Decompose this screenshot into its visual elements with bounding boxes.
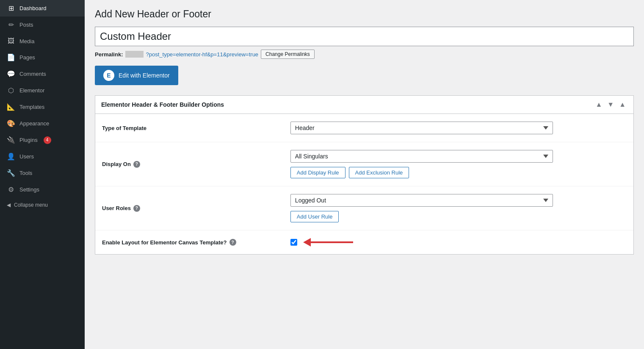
elementor-icon: ⬡ bbox=[7, 86, 15, 94]
sidebar-item-plugins[interactable]: 🔌 Plugins 4 bbox=[0, 132, 85, 148]
sidebar-item-label: Comments bbox=[19, 71, 46, 77]
user-roles-help-icon[interactable]: ? bbox=[133, 205, 140, 212]
pages-icon: 📄 bbox=[7, 53, 15, 61]
display-on-select[interactable]: All Singulars Entire Site Front Page Pos… bbox=[290, 150, 553, 163]
arrow-body bbox=[311, 241, 353, 243]
sidebar-item-dashboard[interactable]: ⊞ Dashboard bbox=[0, 0, 85, 17]
options-box: Elementor Header & Footer Builder Option… bbox=[95, 95, 634, 255]
type-of-template-row: Type of Template Header Footer Block bbox=[95, 114, 633, 142]
user-roles-select[interactable]: Logged Out Logged In All bbox=[290, 194, 553, 207]
collapse-icon: ◀ bbox=[7, 202, 11, 208]
settings-icon: ⚙ bbox=[7, 186, 15, 194]
enable-canvas-row: Enable Layout for Elementor Canvas Templ… bbox=[95, 230, 633, 255]
tools-icon: 🔧 bbox=[7, 169, 15, 177]
options-header-title: Elementor Header & Footer Builder Option… bbox=[101, 101, 224, 108]
enable-canvas-label: Enable Layout for Elementor Canvas Templ… bbox=[102, 239, 227, 246]
sidebar: ⊞ Dashboard ✏ Posts 🖼 Media 📄 Pages 💬 Co… bbox=[0, 0, 85, 349]
arrow-head bbox=[303, 238, 311, 247]
plugins-icon: 🔌 bbox=[7, 136, 15, 144]
permalink-row: Permalink: ████ ?post_type=elementor-hf&… bbox=[95, 50, 634, 59]
user-roles-group: Logged Out Logged In All Add User Rule bbox=[290, 194, 627, 222]
display-on-row: Display On ? All Singulars Entire Site F… bbox=[95, 142, 633, 186]
permalink-label: Permalink: bbox=[95, 51, 123, 58]
arrow-indicator bbox=[304, 238, 353, 247]
plugins-badge: 4 bbox=[44, 136, 51, 144]
display-on-label: Display On bbox=[102, 161, 131, 167]
collapse-down-icon[interactable]: ▼ bbox=[605, 100, 616, 109]
sidebar-item-label: Elementor bbox=[19, 87, 44, 94]
sidebar-item-appearance[interactable]: 🎨 Appearance bbox=[0, 115, 85, 132]
elementor-e-icon: E bbox=[103, 70, 114, 81]
enable-canvas-checkbox[interactable] bbox=[290, 239, 297, 246]
sidebar-item-label: Media bbox=[19, 38, 34, 44]
sidebar-item-media[interactable]: 🖼 Media bbox=[0, 33, 85, 49]
sidebar-item-label: Users bbox=[19, 153, 34, 160]
add-display-rule-button[interactable]: Add Display Rule bbox=[290, 167, 345, 178]
edit-with-elementor-button[interactable]: E Edit with Elementor bbox=[95, 66, 178, 85]
change-permalinks-button[interactable]: Change Permalinks bbox=[261, 50, 315, 59]
sidebar-item-users[interactable]: 👤 Users bbox=[0, 148, 85, 165]
enable-canvas-label-group: Enable Layout for Elementor Canvas Templ… bbox=[102, 239, 277, 246]
appearance-icon: 🎨 bbox=[7, 119, 15, 127]
sidebar-item-templates[interactable]: 📐 Templates bbox=[0, 99, 85, 115]
rule-buttons: Add Display Rule Add Exclusion Rule bbox=[290, 167, 627, 178]
user-roles-row: User Roles ? Logged Out Logged In All Ad… bbox=[95, 186, 633, 230]
collapse-label: Collapse menu bbox=[14, 202, 48, 208]
comments-icon: 💬 bbox=[7, 70, 15, 78]
display-on-label-group: Display On ? bbox=[102, 161, 277, 168]
canvas-row bbox=[290, 238, 627, 247]
sidebar-item-label: Dashboard bbox=[19, 5, 47, 11]
sidebar-item-tools[interactable]: 🔧 Tools bbox=[0, 165, 85, 181]
collapse-menu[interactable]: ◀ Collapse menu bbox=[0, 198, 85, 212]
enable-canvas-help-icon[interactable]: ? bbox=[229, 239, 236, 246]
sidebar-item-label: Pages bbox=[19, 54, 35, 61]
options-header-controls: ▲ ▼ ▲ bbox=[594, 100, 627, 109]
display-on-help-icon[interactable]: ? bbox=[133, 161, 140, 168]
users-icon: 👤 bbox=[7, 152, 15, 161]
user-roles-label: User Roles bbox=[102, 205, 131, 211]
move-up-icon[interactable]: ▲ bbox=[617, 100, 627, 109]
dashboard-icon: ⊞ bbox=[7, 4, 15, 12]
add-user-rule-group: Add User Rule bbox=[290, 211, 627, 222]
display-on-group: All Singulars Entire Site Front Page Pos… bbox=[290, 150, 627, 178]
sidebar-item-comments[interactable]: 💬 Comments bbox=[0, 66, 85, 82]
sidebar-item-label: Settings bbox=[19, 186, 39, 193]
media-icon: 🖼 bbox=[7, 37, 15, 45]
collapse-up-icon[interactable]: ▲ bbox=[594, 100, 604, 109]
posts-icon: ✏ bbox=[7, 21, 15, 29]
templates-icon: 📐 bbox=[7, 103, 15, 111]
sidebar-item-label: Plugins bbox=[19, 137, 38, 143]
options-header: Elementor Header & Footer Builder Option… bbox=[95, 96, 633, 114]
add-exclusion-rule-button[interactable]: Add Exclusion Rule bbox=[349, 167, 409, 178]
sidebar-item-elementor[interactable]: ⬡ Elementor bbox=[0, 82, 85, 99]
sidebar-item-label: Templates bbox=[19, 104, 44, 110]
options-table: Type of Template Header Footer Block Dis… bbox=[95, 114, 633, 254]
sidebar-item-label: Tools bbox=[19, 170, 32, 176]
main-content: Add New Header or Footer Permalink: ████… bbox=[85, 0, 644, 349]
add-user-rule-button[interactable]: Add User Rule bbox=[290, 211, 339, 222]
permalink-link[interactable]: ?post_type=elementor-hf&p=11&preview=tru… bbox=[146, 51, 259, 58]
page-title: Add New Header or Footer bbox=[95, 8, 634, 20]
user-roles-label-group: User Roles ? bbox=[102, 205, 277, 212]
sidebar-item-pages[interactable]: 📄 Pages bbox=[0, 49, 85, 66]
edit-elementor-label: Edit with Elementor bbox=[119, 72, 170, 79]
type-of-template-label: Type of Template bbox=[102, 125, 146, 131]
sidebar-item-settings[interactable]: ⚙ Settings bbox=[0, 181, 85, 198]
sidebar-item-label: Posts bbox=[19, 22, 33, 28]
sidebar-item-label: Appearance bbox=[19, 120, 49, 127]
permalink-slug: ████ bbox=[125, 51, 143, 58]
type-of-template-select[interactable]: Header Footer Block bbox=[290, 122, 553, 134]
sidebar-item-posts[interactable]: ✏ Posts bbox=[0, 17, 85, 33]
post-title-input[interactable] bbox=[95, 27, 634, 46]
